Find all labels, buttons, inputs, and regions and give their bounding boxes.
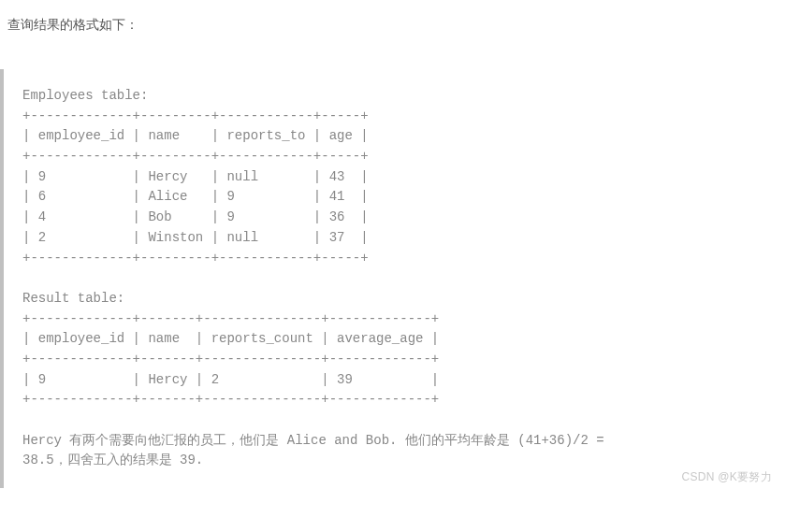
employees-table-row: | 9 | Hercy | null | 43 | bbox=[22, 169, 369, 184]
employees-table-row: | 4 | Bob | 9 | 36 | bbox=[22, 209, 369, 224]
result-table-row: | 9 | Hercy | 2 | 39 | bbox=[22, 372, 439, 387]
intro-text: 查询结果的格式如下： bbox=[0, 0, 785, 41]
employees-table-row: | 2 | Winston | null | 37 | bbox=[22, 230, 369, 245]
result-table-title: Result table: bbox=[22, 291, 124, 306]
employees-table-sep: +-------------+---------+------------+--… bbox=[22, 108, 369, 123]
result-table-sep: +-------------+-------+---------------+-… bbox=[22, 311, 439, 326]
result-table-sep: +-------------+-------+---------------+-… bbox=[22, 352, 439, 367]
explanation-line: Hercy 有两个需要向他汇报的员工，他们是 Alice and Bob. 他们… bbox=[22, 433, 612, 448]
watermark-text: CSDN @K要努力 bbox=[681, 468, 772, 486]
employees-table-title: Employees table: bbox=[22, 88, 148, 103]
employees-table-sep: +-------------+---------+------------+--… bbox=[22, 251, 369, 266]
employees-table-sep: +-------------+---------+------------+--… bbox=[22, 149, 369, 164]
explanation-line: 38.5，四舍五入的结果是 39. bbox=[22, 453, 203, 467]
employees-table-header-row: | employee_id | name | reports_to | age … bbox=[22, 128, 369, 143]
employees-table-row: | 6 | Alice | 9 | 41 | bbox=[22, 189, 369, 204]
result-table-header-row: | employee_id | name | reports_count | a… bbox=[22, 331, 439, 346]
sql-example-block: Employees table: +-------------+--------… bbox=[0, 69, 785, 488]
result-table-sep: +-------------+-------+---------------+-… bbox=[22, 392, 439, 407]
